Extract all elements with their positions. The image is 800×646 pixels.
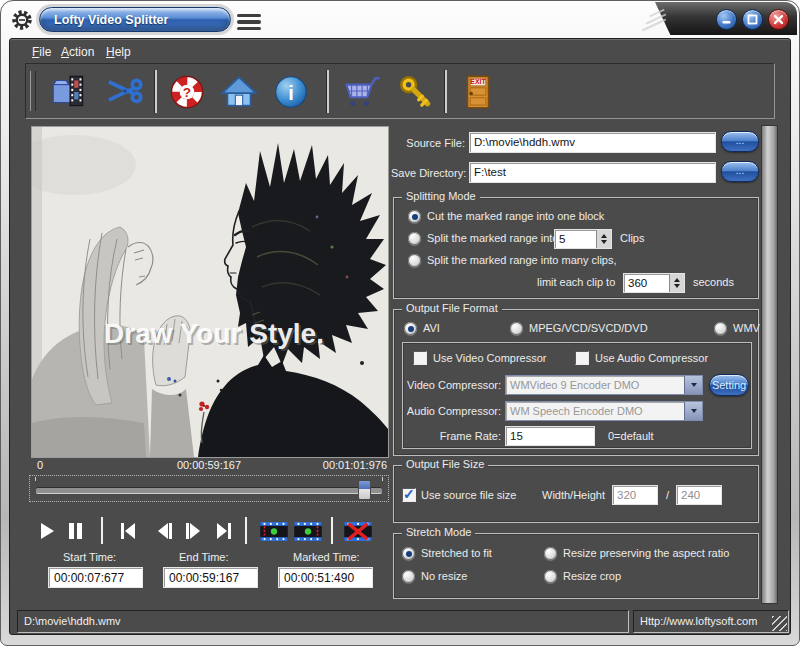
spinner-arrows[interactable]	[596, 230, 611, 248]
radio-no-resize-label[interactable]: No resize	[421, 570, 467, 582]
pause-icon	[65, 521, 87, 541]
svg-text:EXIT: EXIT	[470, 78, 486, 85]
use-video-compressor-label[interactable]: Use Video Compressor	[433, 352, 547, 364]
use-audio-compressor-label[interactable]: Use Audio Compressor	[595, 352, 708, 364]
radio-split-into-clips-label[interactable]: Split the marked range into	[427, 232, 558, 244]
go-to-end-button[interactable]	[211, 518, 237, 544]
svg-text:?: ?	[183, 85, 191, 100]
radio-stretched-to-fit-label[interactable]: Stretched to fit	[421, 547, 492, 559]
svg-text:i: i	[288, 82, 294, 104]
home-button[interactable]	[216, 69, 262, 115]
radio-avi-label[interactable]: AVI	[423, 322, 440, 334]
transport-separator	[101, 517, 103, 544]
maximize-button[interactable]	[742, 9, 763, 30]
menu-help[interactable]: Help	[106, 45, 131, 59]
start-time-label: Start Time:	[63, 551, 116, 563]
radio-resize-aspect[interactable]	[544, 547, 557, 560]
radio-mpeg[interactable]	[510, 322, 523, 335]
step-back-button[interactable]	[151, 518, 177, 544]
buy-button[interactable]	[337, 69, 383, 115]
radio-avi[interactable]	[404, 322, 417, 335]
split-button[interactable]	[102, 69, 148, 115]
titlebar-grip-lines	[237, 14, 261, 33]
width-input[interactable]: 320	[612, 485, 658, 505]
use-source-size-checkbox[interactable]	[402, 488, 416, 502]
dropdown-arrow-button[interactable]	[684, 376, 702, 394]
use-audio-compressor-checkbox[interactable]	[575, 351, 589, 365]
audio-compressor-value: WM Speech Encoder DMO	[506, 402, 684, 420]
radio-cut-one-block-label[interactable]: Cut the marked range into one block	[427, 210, 604, 222]
radio-stretched-to-fit[interactable]	[402, 547, 415, 560]
window-title: Lofty Video Splitter	[54, 13, 168, 27]
clip-seconds-spinner[interactable]: 360	[623, 273, 685, 293]
close-button[interactable]	[768, 9, 789, 30]
start-time-field[interactable]: 00:00:07:677	[48, 567, 143, 588]
browse-source-button[interactable]: ...	[721, 131, 759, 152]
clear-marks-button[interactable]	[343, 518, 373, 544]
spinner-arrows[interactable]	[669, 274, 684, 292]
menu-file[interactable]: File	[32, 45, 51, 59]
clip-seconds-value[interactable]: 360	[624, 274, 669, 292]
end-time-field[interactable]: 00:00:59:167	[163, 567, 258, 588]
radio-split-many-clips-label[interactable]: Split the marked range into many clips,	[427, 254, 617, 266]
radio-mpeg-label[interactable]: MPEG/VCD/SVCD/DVD	[529, 322, 648, 334]
info-button[interactable]: i	[268, 69, 314, 115]
system-menu-gear-icon[interactable]	[10, 8, 34, 32]
mark-start-icon	[260, 522, 288, 541]
register-button[interactable]	[393, 69, 439, 115]
radio-split-into-clips[interactable]	[408, 232, 421, 245]
titlebar[interactable]: Lofty Video Splitter	[1, 1, 799, 38]
radio-resize-aspect-label[interactable]: Resize preserving the aspect ratio	[563, 547, 729, 559]
radio-wmv[interactable]	[714, 322, 727, 335]
marked-time-field[interactable]: 00:00:51:490	[278, 567, 373, 588]
audio-compressor-select[interactable]: WM Speech Encoder DMO	[505, 401, 703, 421]
slider-track[interactable]	[36, 487, 382, 494]
radio-no-resize[interactable]	[402, 570, 415, 583]
use-source-size-label[interactable]: Use source file size	[421, 489, 516, 501]
width-height-separator: /	[666, 489, 669, 501]
menu-action[interactable]: Action	[61, 45, 94, 59]
video-compressor-select[interactable]: WMVideo 9 Encoder DMO	[505, 375, 703, 395]
source-file-input[interactable]: D:\movie\hddh.wmv	[469, 132, 716, 153]
radio-split-many-clips[interactable]	[408, 254, 421, 267]
end-time-label: End Time:	[179, 551, 229, 563]
slider-handle[interactable]	[358, 480, 371, 500]
radio-resize-crop[interactable]	[544, 570, 557, 583]
splitting-mode-group: Splitting Mode Cut the marked range into…	[393, 197, 759, 299]
use-video-compressor-checkbox[interactable]	[413, 351, 427, 365]
seconds-suffix-label: seconds	[693, 276, 734, 288]
slider-tick	[382, 477, 383, 481]
browse-save-button[interactable]: ...	[721, 161, 759, 182]
radio-cut-one-block[interactable]	[408, 210, 421, 223]
radio-resize-crop-label[interactable]: Resize crop	[563, 570, 621, 582]
go-to-start-button[interactable]	[115, 518, 141, 544]
help-button[interactable]: ?	[164, 69, 210, 115]
open-file-icon	[48, 71, 90, 113]
frame-rate-input[interactable]: 15	[505, 426, 595, 446]
setting-button[interactable]: Setting	[709, 374, 749, 396]
pause-button[interactable]	[63, 518, 89, 544]
save-directory-input[interactable]: F:\test	[469, 162, 716, 183]
height-input[interactable]: 240	[676, 485, 722, 505]
source-file-label: Source File:	[391, 137, 465, 149]
toolbar-grip[interactable]	[30, 71, 36, 111]
overlay-text: Draw Your Style.	[104, 318, 324, 349]
play-button[interactable]	[35, 518, 61, 544]
app-window: Lofty Video Splitter	[0, 0, 800, 646]
audio-compressor-label: Audio Compressor:	[405, 405, 501, 417]
clips-count-spinner[interactable]: 5	[554, 229, 612, 249]
transport-controls	[31, 514, 387, 550]
output-size-title: Output File Size	[402, 458, 488, 470]
open-file-button[interactable]	[46, 69, 92, 115]
resize-grip[interactable]	[772, 616, 787, 631]
key-icon	[395, 71, 437, 113]
exit-button[interactable]: EXIT	[455, 69, 501, 115]
mark-start-button[interactable]	[259, 518, 289, 544]
mark-end-button[interactable]	[293, 518, 323, 544]
minimize-button[interactable]	[716, 9, 737, 30]
clips-count-value[interactable]: 5	[555, 230, 596, 248]
dropdown-arrow-button[interactable]	[684, 402, 702, 420]
output-format-group: Output File Format AVI MPEG/VCD/SVCD/DVD…	[393, 309, 759, 456]
step-forward-button[interactable]	[181, 518, 207, 544]
radio-wmv-label[interactable]: WMV	[733, 322, 760, 334]
